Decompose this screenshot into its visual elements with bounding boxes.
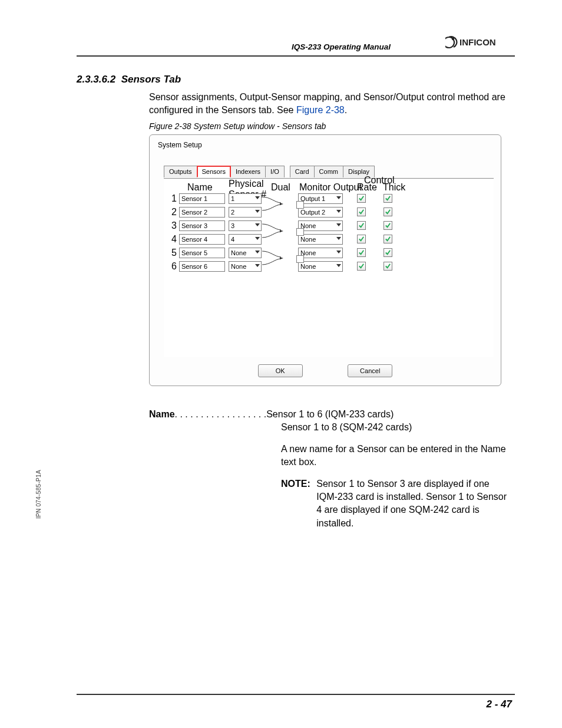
section-heading: 2.3.3.6.2 Sensors Tab [77, 74, 181, 85]
header-rule [77, 55, 515, 57]
rate-checkbox[interactable] [357, 235, 366, 243]
physical-sensor-select[interactable]: None [229, 248, 262, 258]
dialog-title: System Setup [158, 141, 202, 149]
row-number: 5 [164, 248, 179, 258]
svg-point-0 [452, 38, 454, 40]
rate-checkbox[interactable] [357, 194, 366, 203]
row-number: 6 [164, 261, 179, 272]
figure-link[interactable]: Figure 2-38 [296, 105, 345, 115]
rate-checkbox[interactable] [357, 221, 366, 230]
cancel-button[interactable]: Cancel [348, 364, 392, 377]
svg-marker-2 [280, 230, 283, 232]
tab-card[interactable]: Card [290, 166, 315, 177]
row-number: 2 [164, 207, 179, 218]
rate-checkbox[interactable] [357, 262, 366, 271]
desc-line2: A new name for a Sensor can be entered i… [281, 443, 515, 469]
rate-checkbox[interactable] [357, 207, 366, 216]
manual-title: IQS-233 Operating Manual [292, 42, 391, 51]
footer-rule [77, 694, 515, 695]
svg-marker-3 [280, 257, 283, 259]
sensor-name-input[interactable]: Sensor 5 [179, 248, 225, 258]
row-number: 4 [164, 234, 179, 245]
section-body: Sensor assignments, Output-Sensor mappin… [149, 91, 512, 117]
logo-text: INFICON [459, 37, 496, 47]
system-setup-dialog: System Setup OutputsSensorsIndexersI/OCa… [149, 134, 501, 386]
ok-button[interactable]: OK [258, 364, 303, 377]
tab-strip: OutputsSensorsIndexersI/OCardCommDisplay [164, 166, 374, 177]
physical-sensor-select[interactable]: 1 [229, 193, 262, 204]
physical-sensor-select[interactable]: 3 [229, 220, 262, 231]
tab-body: Name Physical Sensor # Dual Monitor Outp… [164, 178, 494, 357]
monitor-output-select[interactable]: None [298, 248, 343, 258]
sensor-name-input[interactable]: Sensor 1 [179, 193, 225, 204]
dual-checkbox[interactable] [296, 228, 304, 236]
page-number: 2 - 47 [487, 699, 512, 710]
figure-caption: Figure 2-38 System Setup window - Sensor… [149, 121, 326, 131]
tab-indexers[interactable]: Indexers [230, 166, 266, 177]
desc-note: NOTE: Sensor 1 to Sensor 3 are displayed… [281, 477, 515, 531]
sensor-name-input[interactable]: Sensor 6 [179, 261, 225, 272]
monitor-output-select[interactable]: None [298, 261, 343, 272]
sensor-name-input[interactable]: Sensor 4 [179, 234, 225, 245]
monitor-output-select[interactable]: Output 1 [298, 193, 343, 204]
monitor-output-select[interactable]: None [298, 234, 343, 245]
rate-checkbox[interactable] [357, 248, 366, 257]
sensor-name-input[interactable]: Sensor 3 [179, 220, 225, 231]
thick-checkbox[interactable] [384, 248, 392, 257]
thick-checkbox[interactable] [384, 194, 392, 203]
row-number: 3 [164, 220, 179, 231]
tab-i-o[interactable]: I/O [265, 166, 285, 177]
tab-outputs[interactable]: Outputs [164, 166, 197, 177]
svg-marker-1 [280, 203, 283, 205]
physical-sensor-select[interactable]: 2 [229, 207, 262, 218]
tab-sensors[interactable]: Sensors [197, 166, 231, 177]
physical-sensor-select[interactable]: 4 [229, 234, 262, 245]
tab-comm[interactable]: Comm [314, 166, 343, 177]
sensor-name-input[interactable]: Sensor 2 [179, 207, 225, 218]
dual-checkbox[interactable] [296, 255, 304, 263]
thick-checkbox[interactable] [384, 207, 392, 216]
row-number: 1 [164, 193, 179, 204]
thick-checkbox[interactable] [384, 235, 392, 243]
monitor-output-select[interactable]: Output 2 [298, 207, 343, 218]
thick-checkbox[interactable] [384, 262, 392, 271]
desc-line1: Name . . . . . . . . . . . . . . . . . .… [149, 408, 515, 421]
dual-checkbox[interactable] [296, 201, 304, 209]
monitor-output-select[interactable]: None [298, 220, 343, 231]
ipn-label: IPN 074-585-P1A [35, 470, 42, 519]
physical-sensor-select[interactable]: None [229, 261, 262, 272]
desc-line1b: Sensor 1 to 8 (SQM-242 cards) [281, 421, 515, 434]
brand-logo: INFICON [445, 35, 516, 52]
thick-checkbox[interactable] [384, 221, 392, 230]
